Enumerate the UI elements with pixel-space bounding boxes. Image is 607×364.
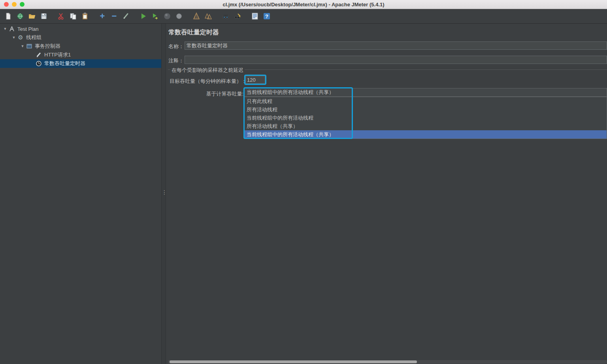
new-file-button[interactable]: [2, 11, 14, 22]
paste-icon: [81, 12, 89, 20]
thread-group-icon: ⚙: [17, 34, 24, 41]
shutdown-icon: [175, 12, 183, 20]
delay-group-title: 在每个受影响的采样器之前延迟: [170, 67, 245, 74]
function-helper-icon: [251, 12, 259, 20]
help-button[interactable]: ?: [261, 11, 273, 22]
tree-item-constant-throughput-timer[interactable]: 常数吞吐量定时器: [0, 59, 161, 68]
tree-item-label: 事务控制器: [35, 43, 60, 50]
tree-item-transaction-controller[interactable]: ▼ 事务控制器: [0, 42, 161, 51]
expander-icon[interactable]: ▼: [10, 36, 17, 39]
jmeter-window: cl.jmx (/Users/oucb/Desktop/JMeter/cl.jm…: [0, 0, 607, 364]
toolbar: + − ?: [0, 9, 607, 24]
add-icon: +: [100, 12, 105, 20]
toggle-button[interactable]: [120, 11, 132, 22]
transaction-controller-icon: [26, 43, 32, 49]
http-request-icon: [36, 52, 42, 58]
page-title: 常数吞吐量定时器: [168, 28, 219, 37]
cut-button[interactable]: [55, 11, 67, 22]
save-button[interactable]: [38, 11, 50, 22]
toolbar-group-toggle: + −: [96, 11, 132, 22]
test-plan-tree: ▼ Test Plan ▼ ⚙ 线程组 ▼ 事务控制器 HTTP请求1 常数吞吐…: [0, 24, 161, 364]
clear-all-icon: [204, 12, 212, 20]
remove-icon: −: [112, 12, 117, 20]
tree-item-test-plan[interactable]: ▼ Test Plan: [0, 24, 161, 33]
toolbar-group-help: ?: [249, 11, 273, 22]
clear-icon: [192, 12, 200, 20]
traffic-lights: [4, 2, 25, 7]
minimize-window-button[interactable]: [12, 2, 17, 7]
titlebar: cl.jmx (/Users/oucb/Desktop/JMeter/cl.jm…: [0, 0, 607, 9]
dropdown-option[interactable]: 所有活动线程（共享）: [245, 122, 607, 130]
tree-item-thread-group[interactable]: ▼ ⚙ 线程组: [0, 33, 161, 42]
clear-all-button[interactable]: [202, 11, 214, 22]
templates-icon: [16, 12, 24, 20]
paste-button[interactable]: [79, 11, 91, 22]
tree-item-label: 线程组: [26, 34, 41, 41]
timer-icon: [36, 60, 42, 67]
name-input[interactable]: [185, 41, 607, 50]
copy-icon: [69, 12, 77, 20]
horizontal-scrollbar-thumb[interactable]: [170, 360, 417, 363]
expander-icon[interactable]: ▼: [2, 27, 9, 31]
toggle-icon: [122, 12, 130, 20]
svg-text:?: ?: [265, 13, 268, 19]
toolbar-group-edit: [55, 11, 91, 22]
expander-icon[interactable]: ▼: [19, 44, 26, 48]
target-throughput-label: 目标吞吐量（每分钟的样本量）：: [170, 78, 247, 85]
copy-button[interactable]: [67, 11, 79, 22]
cut-icon: [57, 12, 65, 20]
test-plan-icon: [9, 26, 15, 32]
divider-grip-icon[interactable]: ⋮: [162, 190, 166, 195]
calc-mode-dropdown-list: 只有此线程 所有活动线程 当前线程组中的所有活动线程 所有活动线程（共享） 当前…: [244, 97, 607, 139]
search-reset-icon: [234, 12, 241, 20]
open-file-icon: [28, 12, 36, 20]
window-title: cl.jmx (/Users/oucb/Desktop/JMeter/cl.jm…: [0, 2, 607, 8]
templates-button[interactable]: [14, 11, 26, 22]
add-button[interactable]: +: [96, 11, 108, 22]
save-icon: [40, 12, 48, 20]
zoom-window-button[interactable]: [20, 2, 25, 7]
tree-item-label: 常数吞吐量定时器: [44, 60, 85, 67]
horizontal-scrollbar[interactable]: [168, 360, 607, 364]
search-button[interactable]: [220, 11, 232, 22]
start-button[interactable]: [138, 11, 149, 22]
remove-button[interactable]: −: [108, 11, 120, 22]
new-file-icon: [4, 12, 12, 20]
dropdown-option-selected[interactable]: 当前线程组中的所有活动线程（共享）: [245, 130, 607, 139]
start-icon: [139, 12, 147, 20]
toolbar-group-file: [2, 11, 50, 22]
start-no-pauses-button[interactable]: [149, 11, 161, 22]
function-helper-button[interactable]: [249, 11, 261, 22]
open-file-button[interactable]: [26, 11, 38, 22]
split-divider[interactable]: ⋮: [161, 24, 166, 364]
tree-item-label: Test Plan: [17, 26, 38, 32]
target-throughput-input[interactable]: [245, 76, 265, 84]
name-label: 名称：: [168, 43, 184, 50]
calc-mode-combobox[interactable]: 当前线程组中的所有活动线程（共享）: [244, 88, 607, 97]
constant-throughput-timer-panel: 常数吞吐量定时器 名称： 注释： 在每个受影响的采样器之前延迟 目标吞吐量（每分…: [166, 24, 607, 364]
throughput-highlight-annotation: [244, 75, 266, 85]
shutdown-button[interactable]: [173, 11, 185, 22]
tree-item-label: HTTP请求1: [44, 51, 71, 58]
calculate-throughput-label: 基于计算吞吐量:: [202, 90, 243, 98]
dropdown-option[interactable]: 当前线程组中的所有活动线程: [245, 114, 607, 122]
start-no-pauses-icon: [151, 12, 159, 20]
tree-item-http-request[interactable]: HTTP请求1: [0, 51, 161, 59]
comments-input[interactable]: [185, 56, 607, 64]
toolbar-group-run: [138, 11, 185, 22]
search-reset-button[interactable]: [232, 11, 243, 22]
close-window-button[interactable]: [4, 2, 9, 7]
dropdown-option[interactable]: 所有活动线程: [245, 105, 607, 114]
comments-label: 注释：: [168, 57, 184, 64]
stop-icon: [163, 12, 171, 20]
search-icon: [222, 12, 230, 20]
toolbar-group-search: [220, 11, 243, 22]
help-icon: ?: [263, 12, 271, 20]
toolbar-group-clear: [190, 11, 214, 22]
stop-button[interactable]: [161, 11, 173, 22]
clear-button[interactable]: [190, 11, 202, 22]
dropdown-option[interactable]: 只有此线程: [245, 97, 607, 105]
